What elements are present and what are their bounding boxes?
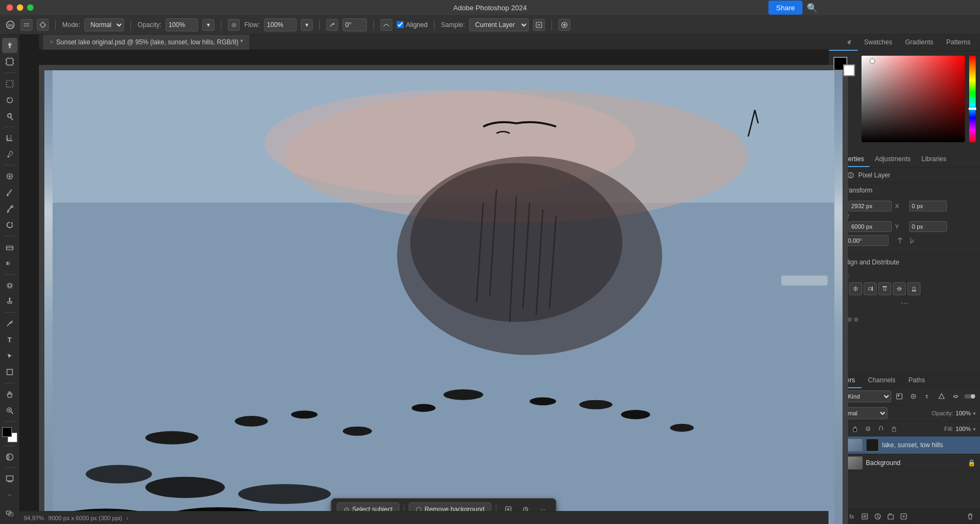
layer-filter-effect-btn[interactable] [950, 390, 962, 402]
blur-tool[interactable] [2, 278, 17, 293]
color-indicator[interactable] [870, 58, 875, 64]
history-brush-tool[interactable] [2, 217, 17, 233]
flow-options-button[interactable]: ▾ [301, 19, 313, 31]
smoothing-icon[interactable] [380, 19, 392, 31]
shape-tool[interactable] [2, 364, 17, 380]
flip-v-icon[interactable] [907, 237, 915, 244]
brush-tool-icon[interactable]: 99 [4, 19, 16, 31]
layer-adjustment-button[interactable] [872, 511, 883, 522]
flow-value[interactable]: 100% [264, 18, 297, 31]
tab-swatches[interactable]: Swatches [858, 35, 899, 51]
pen-tool[interactable] [2, 316, 17, 331]
zoom-tool[interactable] [2, 403, 17, 418]
angle-value[interactable]: 0° [343, 18, 367, 31]
tab-patterns[interactable]: Patterns [940, 35, 977, 51]
y-input[interactable] [909, 221, 947, 232]
screen-mode-button[interactable] [2, 471, 17, 486]
quick-mask-button[interactable] [2, 449, 17, 465]
clone-stamp-tool[interactable] [2, 201, 17, 216]
maximize-button[interactable] [27, 4, 34, 11]
aligned-checkbox[interactable]: Aligned [397, 21, 427, 29]
brush-tool[interactable] [2, 185, 17, 200]
eyedropper-tool[interactable] [2, 147, 17, 162]
layer-item-1[interactable]: 👁 Background 🔒 [829, 454, 980, 472]
layer-filter-toggle[interactable] [964, 390, 976, 402]
dodge-tool[interactable] [2, 294, 17, 309]
share-button[interactable]: Share [768, 1, 803, 15]
nav-arrow[interactable]: › [127, 515, 129, 521]
x-input[interactable] [909, 201, 947, 211]
crop-tool[interactable] [2, 130, 17, 145]
align-bottom-edge[interactable] [907, 282, 920, 295]
lock-move-btn[interactable] [876, 423, 886, 434]
sample-all-layers-button[interactable] [533, 19, 545, 31]
fill-value[interactable]: 100% [956, 426, 971, 432]
align-distribute-header[interactable]: ▼ Align and Distribute [829, 255, 980, 269]
layer-filter-shape-btn[interactable] [936, 390, 948, 402]
opacity-options-button[interactable]: ▾ [202, 19, 214, 31]
sample-select[interactable]: Current Layer [469, 18, 529, 31]
layer-mask-button[interactable] [859, 511, 870, 522]
eraser-tool[interactable] [2, 240, 17, 255]
opacity-value[interactable]: 100% [166, 18, 198, 31]
foreground-color-swatch[interactable] [2, 427, 12, 437]
layer-filter-pixel-btn[interactable] [893, 390, 905, 402]
hue-slider[interactable] [969, 56, 976, 142]
layer-item-0[interactable]: 👁 lake, sunset, low hills [829, 436, 980, 454]
height-input[interactable] [849, 221, 892, 232]
lock-all-btn[interactable] [889, 423, 899, 434]
tab-libraries[interactable]: Libraries [916, 152, 952, 167]
layer-group-button[interactable] [885, 511, 896, 522]
type-tool[interactable]: T [2, 332, 17, 347]
transform-header[interactable]: ▼ Transform [829, 183, 980, 197]
tab-channels[interactable]: Channels [861, 373, 902, 388]
document-tab[interactable]: × Sunset lake original.psd @ 95% (lake, … [43, 35, 250, 50]
artboard-tool[interactable] [2, 54, 17, 69]
brush-preset-button[interactable] [21, 19, 32, 31]
lock-artboard-btn[interactable] [863, 423, 873, 434]
layer-delete-button[interactable] [965, 511, 976, 522]
more-tools-button[interactable]: ··· [2, 487, 17, 502]
close-button[interactable] [6, 4, 13, 11]
move-tool[interactable]: ✥ [2, 38, 17, 53]
brush-settings-button[interactable] [37, 19, 49, 31]
angle-input[interactable] [845, 235, 889, 246]
align-center-vert[interactable] [893, 282, 906, 295]
color-swatches[interactable] [2, 427, 17, 442]
tab-paths[interactable]: Paths [902, 373, 932, 388]
width-input[interactable] [849, 201, 892, 211]
layer-filter-type-btn[interactable]: T [922, 390, 933, 402]
layer-filter-select[interactable]: Kind [843, 390, 891, 402]
marquee-tool[interactable] [2, 76, 17, 91]
gradient-tool[interactable] [2, 256, 17, 271]
artboard-nav-button[interactable] [2, 506, 17, 521]
minimize-button[interactable] [17, 4, 23, 11]
path-select-tool[interactable] [2, 348, 17, 363]
search-icon[interactable]: 🔍 [807, 3, 818, 13]
color-picker-gradient[interactable] [861, 56, 965, 142]
magic-wand-tool[interactable] [2, 109, 17, 124]
healing-options-button[interactable] [558, 19, 570, 31]
airbrush-button[interactable] [326, 19, 338, 31]
hand-tool[interactable] [2, 387, 17, 402]
more-align-options[interactable]: ··· [834, 297, 975, 309]
spot-healing-tool[interactable] [2, 169, 17, 184]
layer-filter-adjust-btn[interactable] [907, 390, 919, 402]
mode-select[interactable]: Normal [84, 18, 124, 31]
align-top-edge[interactable] [878, 282, 891, 295]
pressure-icon[interactable]: ◎ [228, 19, 240, 31]
flip-h-icon[interactable] [896, 237, 904, 244]
layer-new-button[interactable] [898, 511, 909, 522]
canvas-area[interactable]: ⊙ Select subject ⬡ Remove background ··· [39, 65, 848, 524]
align-center-horiz[interactable] [849, 282, 862, 295]
lasso-tool[interactable] [2, 92, 17, 108]
background-color[interactable] [843, 64, 855, 76]
tab-gradients[interactable]: Gradients [899, 35, 940, 51]
layer-fx-button[interactable]: fx [846, 511, 857, 522]
opacity-value[interactable]: 100% [956, 410, 971, 416]
lock-pixel-btn[interactable] [850, 423, 860, 434]
tab-close-icon[interactable]: × [50, 39, 53, 45]
fg-bg-colors[interactable] [833, 57, 855, 76]
align-right-edge[interactable] [864, 282, 877, 295]
tab-adjustments[interactable]: Adjustments [870, 152, 916, 167]
